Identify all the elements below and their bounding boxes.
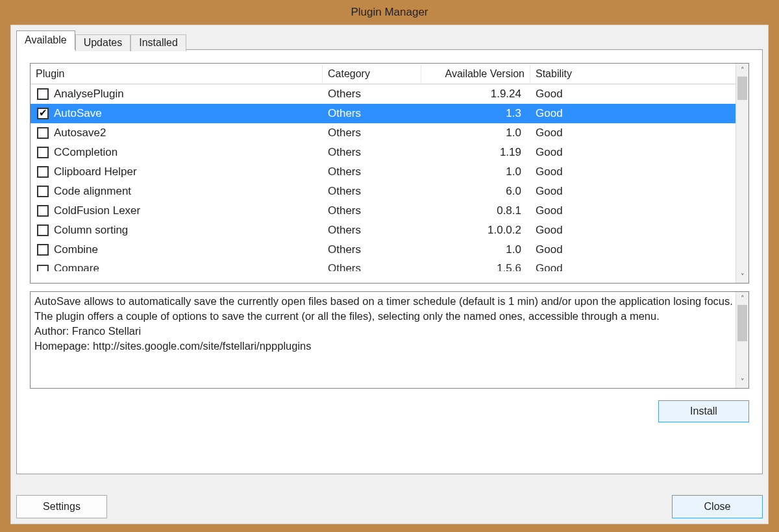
plugin-version: 1.9.24 — [421, 88, 530, 101]
scroll-track[interactable] — [736, 77, 748, 270]
table-row[interactable]: AnalysePluginOthers1.9.24Good — [31, 84, 736, 104]
plugin-version: 6.0 — [421, 185, 530, 198]
plugin-checkbox[interactable] — [37, 265, 49, 271]
plugin-category: Others — [323, 88, 421, 101]
plugin-list-body[interactable]: AnalysePluginOthers1.9.24GoodAutoSaveOth… — [31, 84, 736, 283]
col-header-stability[interactable]: Stability — [530, 65, 607, 83]
tab-available[interactable]: Available — [16, 30, 75, 50]
plugin-manager-window: Plugin Manager Available Updates Install… — [3, 3, 776, 529]
plugin-checkbox[interactable] — [37, 244, 49, 256]
plugin-checkbox[interactable] — [37, 166, 49, 178]
plugin-list: Plugin Category Available Version Stabil… — [30, 63, 749, 284]
plugin-author: Author: Franco Stellari — [34, 325, 141, 337]
plugin-checkbox[interactable] — [37, 224, 49, 236]
plugin-checkbox[interactable] — [37, 108, 49, 119]
plugin-cell: Compare — [31, 262, 323, 271]
plugin-cell: Code alignment — [31, 185, 323, 198]
plugin-cell: AnalysePlugin — [31, 88, 323, 101]
plugin-checkbox[interactable] — [37, 147, 49, 158]
plugin-category: Others — [323, 107, 421, 120]
plugin-description-body: AutoSave allows to automatically save th… — [34, 294, 733, 386]
plugin-name: CCompletion — [54, 146, 117, 159]
plugin-version: 1.0 — [421, 165, 530, 178]
plugin-category: Others — [323, 243, 421, 256]
plugin-name: Compare — [54, 262, 99, 271]
plugin-version: 1.0 — [421, 127, 530, 139]
plugin-cell: AutoSave — [31, 107, 323, 120]
list-scrollbar[interactable]: ˄ ˅ — [736, 64, 748, 283]
plugin-stability: Good — [530, 185, 607, 198]
plugin-version: 1.5.6 — [421, 262, 530, 271]
plugin-category: Others — [323, 165, 421, 178]
plugin-homepage: Homepage: http://sites.google.com/site/f… — [34, 340, 312, 352]
plugin-stability: Good — [530, 204, 607, 217]
col-header-category[interactable]: Category — [323, 65, 421, 83]
plugin-stability: Good — [530, 224, 607, 237]
tab-installed[interactable]: Installed — [130, 34, 186, 51]
scroll-down-icon[interactable]: ˅ — [736, 375, 748, 388]
scroll-thumb[interactable] — [737, 77, 747, 100]
plugin-category: Others — [323, 262, 421, 271]
scroll-down-icon[interactable]: ˅ — [736, 270, 748, 283]
plugin-checkbox[interactable] — [37, 127, 49, 139]
scroll-up-icon[interactable]: ˄ — [736, 292, 748, 305]
table-row[interactable]: Code alignmentOthers6.0Good — [31, 182, 736, 201]
scroll-thumb[interactable] — [737, 305, 747, 341]
plugin-category: Others — [323, 127, 421, 139]
table-row[interactable]: Column sortingOthers1.0.0.2Good — [31, 221, 736, 240]
plugin-name: ColdFusion Lexer — [54, 204, 140, 217]
col-header-plugin[interactable]: Plugin — [31, 65, 323, 83]
table-row[interactable]: CompareOthers1.5.6Good — [31, 260, 736, 271]
install-button[interactable]: Install — [658, 400, 749, 422]
plugin-cell: Clipboard Helper — [31, 165, 323, 178]
description-scrollbar[interactable]: ˄ ˅ — [736, 292, 748, 388]
plugin-cell: Combine — [31, 243, 323, 256]
close-button[interactable]: Close — [672, 495, 763, 518]
window-title: Plugin Manager — [3, 3, 776, 22]
plugin-description: AutoSave allows to automatically save th… — [30, 291, 749, 389]
tabstrip: Available Updates Installed — [16, 30, 186, 50]
plugin-version: 1.0.0.2 — [421, 224, 530, 237]
plugin-checkbox[interactable] — [37, 186, 49, 197]
plugin-cell: ColdFusion Lexer — [31, 204, 323, 217]
plugin-version: 1.19 — [421, 146, 530, 159]
plugin-name: Combine — [54, 243, 98, 256]
scroll-up-icon[interactable]: ˄ — [736, 64, 748, 77]
table-row[interactable]: CCompletionOthers1.19Good — [31, 143, 736, 162]
tab-updates[interactable]: Updates — [75, 34, 131, 51]
plugin-checkbox[interactable] — [37, 88, 49, 100]
tab-page-available: Plugin Category Available Version Stabil… — [16, 49, 763, 474]
table-row[interactable]: ColdFusion LexerOthers0.8.1Good — [31, 201, 736, 221]
plugin-name: Clipboard Helper — [54, 165, 137, 178]
plugin-stability: Good — [530, 262, 607, 271]
plugin-stability: Good — [530, 165, 607, 178]
plugin-description-text: AutoSave allows to automatically save th… — [34, 295, 733, 322]
settings-button[interactable]: Settings — [16, 495, 107, 518]
client-area: Available Updates Installed Plugin Categ… — [10, 25, 769, 524]
table-row[interactable]: Autosave2Others1.0Good — [31, 123, 736, 143]
table-row[interactable]: CombineOthers1.0Good — [31, 240, 736, 260]
scroll-track[interactable] — [736, 305, 748, 375]
plugin-name: AnalysePlugin — [54, 88, 124, 101]
plugin-cell: Column sorting — [31, 224, 323, 237]
plugin-name: Column sorting — [54, 224, 128, 237]
plugin-stability: Good — [530, 88, 607, 101]
plugin-stability: Good — [530, 146, 607, 159]
plugin-category: Others — [323, 204, 421, 217]
plugin-stability: Good — [530, 127, 607, 139]
plugin-checkbox[interactable] — [37, 205, 49, 217]
col-header-version[interactable]: Available Version — [421, 65, 530, 83]
plugin-version: 1.3 — [421, 107, 530, 120]
plugin-name: Autosave2 — [54, 127, 106, 139]
plugin-stability: Good — [530, 243, 607, 256]
plugin-version: 1.0 — [421, 243, 530, 256]
plugin-version: 0.8.1 — [421, 204, 530, 217]
plugin-category: Others — [323, 146, 421, 159]
table-row[interactable]: Clipboard HelperOthers1.0Good — [31, 162, 736, 182]
plugin-category: Others — [323, 224, 421, 237]
table-row[interactable]: AutoSaveOthers1.3Good — [31, 104, 736, 123]
plugin-list-header: Plugin Category Available Version Stabil… — [31, 64, 748, 84]
plugin-name: AutoSave — [54, 107, 102, 120]
plugin-name: Code alignment — [54, 185, 131, 198]
plugin-cell: Autosave2 — [31, 127, 323, 139]
